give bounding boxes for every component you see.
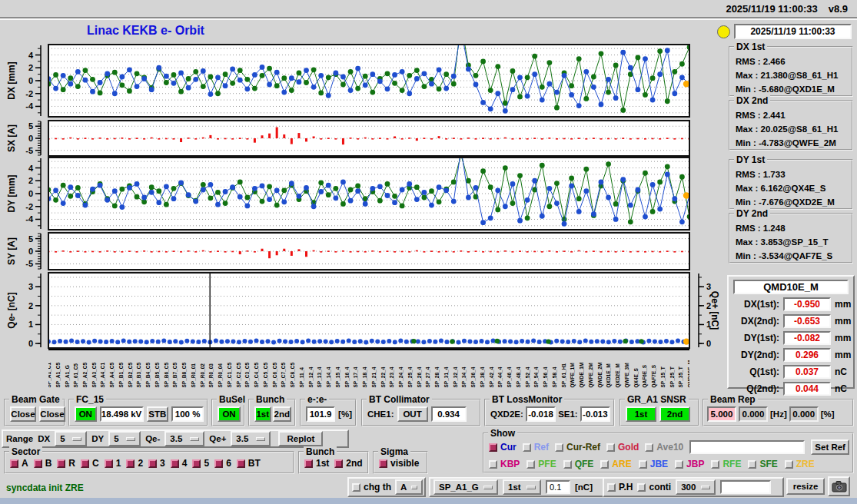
x-tick-label: SP_C5_C5 (262, 351, 267, 388)
checkbox-show-qfe[interactable]: QFE (563, 459, 594, 469)
qmd-unit: mm (835, 333, 851, 343)
beam-gate-close-2-button[interactable]: Close (39, 406, 65, 422)
checkbox-sector-2[interactable]: 2 (126, 458, 143, 469)
signal-dropdown[interactable]: SP_A1_G (433, 479, 498, 495)
checkbox-box (237, 459, 245, 468)
checkbox-label: ZRE (796, 459, 815, 469)
checkbox-sector-r[interactable]: R (57, 458, 75, 469)
checkbox-conti[interactable]: conti (637, 482, 671, 492)
beam-rep-value-pct: 0.000 (789, 406, 819, 422)
checkbox-sector-b[interactable]: B (34, 458, 52, 469)
range-qe-plus-dropdown[interactable]: 3.5 (231, 431, 271, 446)
qmd-title: QMD10E_M (733, 280, 849, 294)
checkbox-show-jbp[interactable]: JBP (675, 459, 704, 469)
beam-rep-value-hz: 0.000 (739, 406, 768, 422)
replot-button[interactable]: Replot (278, 431, 323, 446)
threshold-input[interactable] (546, 480, 570, 494)
group-title: FC_15 (74, 394, 106, 405)
fc15-on-button[interactable]: ON (75, 406, 97, 422)
snsr-1st-button[interactable]: 1st (626, 406, 656, 422)
checkbox-sector-c[interactable]: C (81, 458, 99, 469)
x-tick-label: SP_52_4 (524, 351, 530, 388)
group-show: Show CurRefCur-RefGoldAve10 Set Ref KBPP… (483, 433, 854, 473)
checkbox-show-kbp[interactable]: KBP (489, 459, 520, 469)
checkbox-show-cur-ref[interactable]: Cur-Ref (555, 442, 600, 453)
checkbox-sector-bt[interactable]: BT (237, 458, 261, 469)
x-tick-label: SP_B6_C5 (163, 351, 168, 388)
x-tick-label: SP_C4_C5 (254, 351, 259, 388)
checkbox-label: R (68, 458, 75, 469)
range-dx-dropdown[interactable]: 5 (55, 431, 87, 446)
qmd-label: Q(1st): (732, 366, 779, 377)
bunch-1st-button[interactable]: 1st (254, 406, 271, 422)
svg-text:3: 3 (28, 282, 33, 291)
checkbox-show-ref[interactable]: Ref (523, 442, 549, 453)
group-title: BT Collimator (367, 394, 432, 405)
count-input[interactable] (720, 480, 771, 494)
qmd-unit: mm (835, 316, 851, 327)
x-tick-label: SP_21_4 (370, 351, 376, 388)
checkbox-show-are[interactable]: ARE (600, 459, 631, 469)
checkbox-ph[interactable]: P.H (607, 482, 633, 492)
checkbox-sector-5[interactable]: 5 (192, 458, 209, 469)
checkbox-sigma-visible[interactable]: visible (379, 458, 419, 469)
x-axis-labels: SP_A1_C1SP_A1_C5SP_A1_GSP_61_C5SP_A2_C5S… (48, 350, 689, 389)
svg-text:1: 1 (706, 320, 711, 329)
x-tick-label: SP_B1_C5 (118, 351, 123, 388)
fc15-kv-value: 18.498 kV (100, 406, 144, 422)
checkbox-label: conti (649, 482, 671, 492)
checkbox-show-rfe[interactable]: RFE (711, 459, 741, 469)
set-ref-button[interactable]: Set Ref (811, 439, 849, 455)
chg-th-panel: chg th A (347, 477, 426, 497)
checkbox-show-pfe[interactable]: PFE (526, 459, 556, 469)
x-tick-label: QAF7E_S (651, 351, 656, 388)
checkbox-bunch-1st[interactable]: 1st (304, 458, 329, 469)
group-title: BuSel (217, 394, 247, 405)
count-dropdown[interactable]: 300 (676, 479, 716, 495)
qmd-row: Q(1st):0.037nC (732, 364, 851, 380)
resize-button[interactable]: resize (786, 478, 825, 495)
bunch-2nd-button[interactable]: 2nd (273, 406, 291, 422)
dropdown-dash-icon (72, 437, 81, 441)
checkbox-show-gold[interactable]: Gold (606, 442, 639, 453)
svg-text:0: 0 (28, 76, 33, 85)
checkbox-show-cur[interactable]: Cur (489, 442, 517, 453)
x-tick-label: SP_A2_C5 (81, 351, 87, 388)
range-qe-minus-dropdown[interactable]: 3.5 (164, 431, 204, 446)
checkbox-sector-4[interactable]: 4 (171, 458, 188, 469)
qmd-unit: mm (835, 350, 851, 360)
camera-button[interactable] (828, 476, 850, 496)
x-tick-label: SP_61_C5 (73, 351, 78, 388)
svg-text:-4: -4 (25, 101, 34, 111)
busel-on-button[interactable]: ON (218, 406, 241, 422)
checkbox-label: chg th (364, 482, 391, 492)
dropdown-value: SP_A1_G (439, 482, 479, 492)
x-tick-label: SP_31_4 (443, 351, 448, 388)
chg-th-dropdown[interactable]: A (395, 479, 423, 495)
checkbox-sector-a[interactable]: A (10, 458, 28, 469)
dropdown-value: A (400, 482, 407, 492)
checkbox-show-sfe[interactable]: SFE (748, 459, 777, 469)
dropdown-dash-icon (126, 437, 135, 441)
checkbox-bunch-2nd[interactable]: 2nd (334, 458, 362, 469)
fc15-stb-button[interactable]: STB (147, 406, 169, 422)
range-qe-plus-label: Qe+ (209, 434, 226, 443)
range-dy-dropdown[interactable]: 5 (108, 431, 141, 446)
svg-text:5: 5 (28, 121, 33, 131)
checkbox-show-jbe[interactable]: JBE (639, 459, 668, 469)
qmd-value: -0.082 (783, 331, 831, 345)
checkbox-box (555, 443, 563, 452)
checkbox-sector-3[interactable]: 3 (148, 458, 165, 469)
beam-gate-close-1-button[interactable]: Close (10, 406, 36, 422)
checkbox-show-zre[interactable]: ZRE (785, 459, 815, 469)
x-tick-label: SP_B2_C5 (127, 351, 132, 388)
snsr-2nd-button[interactable]: 2nd (659, 406, 690, 422)
bunch-dropdown[interactable]: 1st (503, 479, 541, 495)
checkbox-show-ave10[interactable]: Ave10 (645, 442, 683, 453)
sx-plot: 50-5 (17, 120, 693, 157)
checkbox-sector-1[interactable]: 1 (105, 458, 121, 469)
checkbox-sector-6[interactable]: 6 (214, 458, 231, 469)
x-tick-label: SP_58_4 (551, 351, 556, 388)
ref-file-input[interactable] (689, 440, 805, 454)
checkbox-chg-th[interactable]: chg th (352, 482, 391, 492)
